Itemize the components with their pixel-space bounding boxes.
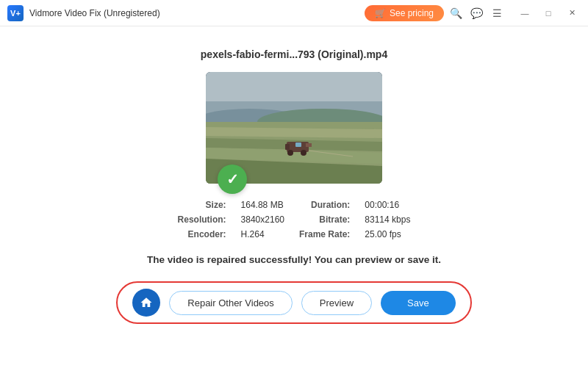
home-icon <box>140 296 153 309</box>
svg-rect-11 <box>306 143 312 147</box>
size-value: 164.88 MB <box>241 200 284 210</box>
duration-value: 00:00:16 <box>365 200 410 210</box>
pricing-label: See pricing <box>390 8 434 18</box>
encoder-value: H.264 <box>241 229 284 239</box>
feedback-icon[interactable]: 💬 <box>469 6 484 21</box>
bitrate-label: Bitrate: <box>299 214 350 225</box>
save-button[interactable]: Save <box>381 291 456 315</box>
minimize-button[interactable]: — <box>514 5 535 21</box>
home-button[interactable] <box>132 289 160 317</box>
repair-other-button[interactable]: Repair Other Videos <box>169 291 293 315</box>
menu-icon[interactable]: ☰ <box>490 6 504 21</box>
logo-text: V+ <box>10 9 21 18</box>
window-controls: — □ ✕ <box>514 5 582 21</box>
duration-label: Duration: <box>299 200 350 210</box>
success-badge: ✓ <box>218 165 247 194</box>
svg-point-13 <box>301 150 306 156</box>
close-button[interactable]: ✕ <box>562 5 582 21</box>
resolution-label: Resolution: <box>178 214 226 225</box>
app-logo: V+ <box>7 5 24 21</box>
metadata-grid: Size: 164.88 MB Duration: 00:00:16 Resol… <box>178 200 411 239</box>
svg-rect-10 <box>285 144 290 150</box>
framerate-value: 25.00 fps <box>365 229 410 239</box>
title-bar-left: V+ Vidmore Video Fix (Unregistered) <box>7 5 160 21</box>
encoder-label: Encoder: <box>178 229 226 239</box>
video-thumbnail-wrapper: ✓ <box>206 72 382 184</box>
bitrate-value: 83114 kbps <box>365 214 410 225</box>
checkmark-icon: ✓ <box>226 170 239 188</box>
framerate-label: Frame Rate: <box>299 229 350 239</box>
resolution-value: 3840x2160 <box>241 214 284 225</box>
success-message: The video is repaired successfully! You … <box>147 254 441 265</box>
svg-rect-14 <box>295 142 301 147</box>
search-icon[interactable]: 🔍 <box>448 6 463 21</box>
title-bar-icons: 🔍 💬 ☰ <box>448 6 504 21</box>
video-filename: pexels-fabio-fermi...793 (Original).mp4 <box>201 48 387 60</box>
main-content: pexels-fabio-fermi...793 (Original).mp4 <box>0 26 588 379</box>
bottom-actions-bar: Repair Other Videos Preview Save <box>116 281 471 324</box>
maximize-button[interactable]: □ <box>538 5 559 21</box>
see-pricing-button[interactable]: 🛒 See pricing <box>365 5 444 21</box>
title-bar: V+ Vidmore Video Fix (Unregistered) 🛒 Se… <box>0 0 588 26</box>
cart-icon: 🛒 <box>375 8 386 18</box>
app-title: Vidmore Video Fix (Unregistered) <box>29 8 160 18</box>
size-label: Size: <box>178 200 226 210</box>
svg-point-12 <box>287 150 293 156</box>
preview-button[interactable]: Preview <box>301 291 372 315</box>
title-bar-right: 🛒 See pricing 🔍 💬 ☰ — □ ✕ <box>365 5 582 21</box>
